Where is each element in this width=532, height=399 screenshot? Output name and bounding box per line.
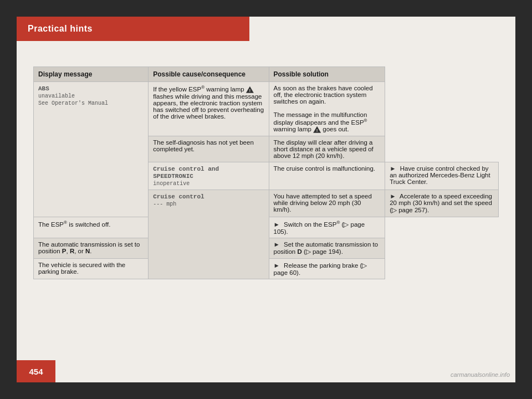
- cause-cruise-4: The vehicle is secured with the parking …: [34, 258, 149, 279]
- col-display-message: Display message: [34, 67, 149, 82]
- solution-cruise-1: ► Accelerate to a speed exceeding 20 mph…: [385, 190, 499, 217]
- display-message-cruise: Cruise control --- mph: [149, 190, 269, 279]
- cause-abs-1: If the yellow ESP® warning lamp ! flashe…: [149, 82, 269, 136]
- warning-icon-1: !: [246, 86, 254, 93]
- solution-cruise-2: ► Switch on the ESP® (▷ page 105).: [269, 217, 385, 238]
- header-bar: Practical hints: [17, 17, 249, 41]
- table-row: ABS unavailableSee Operator's Manual If …: [34, 82, 499, 136]
- page-number-box: 454: [17, 360, 55, 382]
- cause-cruise-1: You have attempted to set a speed while …: [269, 190, 385, 217]
- display-message-abs: ABS unavailableSee Operator's Manual: [34, 82, 149, 217]
- solution-cruise-4: ► Release the parking brake (▷ page 60).: [269, 258, 385, 279]
- page-number: 454: [29, 367, 43, 376]
- warning-icon-2: !: [313, 126, 321, 133]
- hints-table: Display message Possible cause/consequen…: [33, 66, 499, 279]
- solution-abs-2: The display will clear after driving a s…: [269, 136, 385, 162]
- watermark: carmanualsonline.info: [451, 371, 510, 378]
- cause-cruise-2: The ESP® is switched off.: [34, 217, 149, 238]
- cause-abs-2: The self-diagnosis has not yet been comp…: [149, 136, 269, 162]
- solution-cruise-3: ► Set the automatic transmission to posi…: [269, 238, 385, 258]
- main-table-container: Display message Possible cause/consequen…: [33, 66, 499, 349]
- display-message-cruise-speedtronic: Cruise control andSPEEDTRONIC inoperativ…: [149, 162, 269, 190]
- page-title: Practical hints: [28, 24, 93, 34]
- cause-cruise-speedtronic: The cruise control is malfunctioning.: [269, 162, 385, 190]
- col-cause: Possible cause/consequence: [149, 67, 269, 82]
- cause-cruise-3: The automatic transmission is set to pos…: [34, 238, 149, 258]
- solution-abs-1: As soon as the brakes have cooled off, t…: [269, 82, 385, 136]
- solution-cruise-speedtronic: ► Have cruise control checked by an auth…: [385, 162, 499, 190]
- table-header-row: Display message Possible cause/consequen…: [34, 67, 499, 82]
- col-solution: Possible solution: [269, 67, 385, 82]
